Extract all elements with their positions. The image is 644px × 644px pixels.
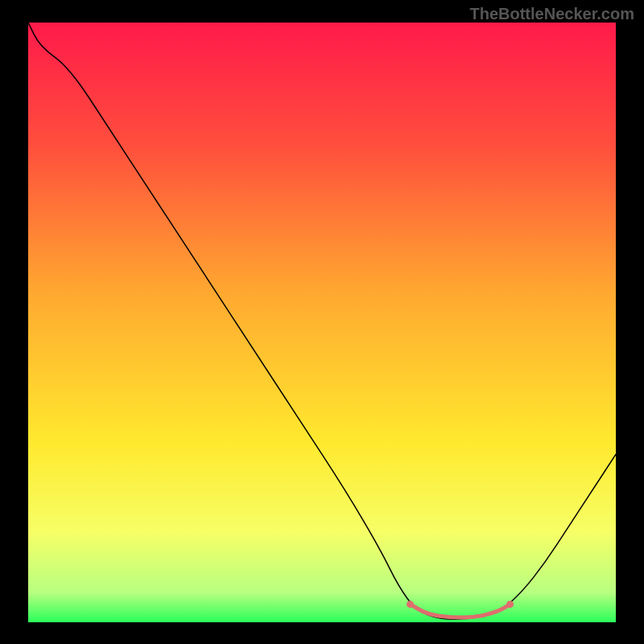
gradient-background: [28, 23, 616, 622]
watermark-text: TheBottleNecker.com: [469, 5, 634, 23]
highlight-segment-dot: [506, 601, 514, 608]
chart-plot-area: [28, 23, 616, 622]
chart-container: TheBottleNecker.com: [0, 0, 644, 644]
highlight-segment-dot: [407, 601, 414, 608]
chart-svg: [28, 23, 616, 622]
